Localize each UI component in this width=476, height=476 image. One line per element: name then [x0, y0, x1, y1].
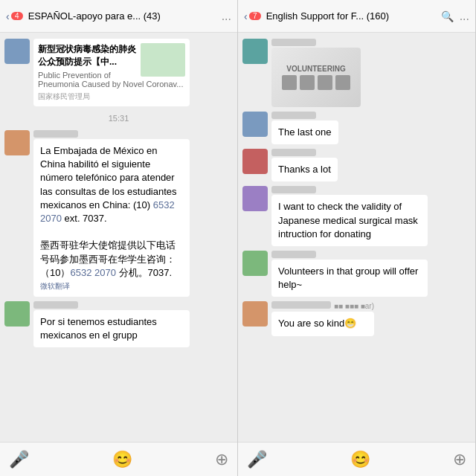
right-chat-panel: ‹ 7 English Support for F... (160) 🔍 ...…: [238, 0, 476, 476]
bubble-col: I want to check the validity of Japanese…: [271, 186, 428, 246]
table-row: I want to check the validity of Japanese…: [242, 186, 471, 246]
news-image: [141, 43, 185, 77]
table-row: Thanks a lot: [242, 149, 471, 181]
message-text: Volunteers in that group will offer help…: [278, 266, 418, 290]
translate-hint[interactable]: 微软翻译: [40, 281, 183, 292]
avatar: [242, 186, 268, 211]
bubble-col: Volunteers in that group will offer help…: [271, 251, 428, 297]
avatar: [4, 39, 30, 64]
flyer-image: VOLUNTEERING: [271, 48, 361, 107]
chevron-left-icon: ‹: [244, 10, 248, 22]
sender-name-blurred: [271, 251, 316, 258]
message-bubble: You are so kind😁: [271, 312, 374, 335]
bubble-col: VOLUNTEERING: [271, 39, 361, 107]
table-row: La Embajada de México en China habilitó …: [4, 130, 233, 297]
message-bubble: The last one: [271, 120, 338, 144]
avatar: [242, 251, 268, 276]
sender-name-blurred: [33, 301, 78, 309]
search-icon[interactable]: 🔍: [441, 10, 454, 22]
sender-suffix: ■■ ■■■ ■ar): [334, 302, 374, 310]
message-text: Thanks a lot: [278, 164, 331, 175]
left-messages-area: 新型冠状病毒感染的肺炎公众预防提示【中... Public Prevention…: [0, 33, 237, 442]
message-text: I want to check the validity of Japanese…: [278, 201, 418, 239]
avatar: [242, 112, 268, 137]
bubble-col: Thanks a lot: [271, 149, 338, 181]
avatar: [4, 130, 30, 155]
sender-name-blurred: [271, 186, 316, 193]
voice-button[interactable]: 🎤: [9, 450, 29, 469]
news-source: 国家移民管理局: [38, 91, 185, 102]
table-row: ■■ ■■■ ■ar) You are so kind😁: [242, 301, 471, 335]
avatar: [242, 301, 268, 327]
timestamp: 15:31: [4, 114, 233, 123]
right-menu-icon[interactable]: ...: [460, 10, 469, 23]
plus-button[interactable]: ⊕: [453, 450, 466, 469]
chevron-left-icon: ‹: [6, 10, 10, 22]
left-chat-panel: ‹ 4 ESPAÑOL-apoyo para e... (43) ... 新型冠…: [0, 0, 238, 476]
avatar: [242, 39, 268, 64]
bubble-col: ■■ ■■■ ■ar) You are so kind😁: [271, 301, 374, 335]
left-menu-icon[interactable]: ...: [222, 10, 231, 23]
avatar: [242, 149, 268, 174]
bubble-col: Por si tenemos estudiantes mexicanos en …: [33, 301, 190, 347]
right-header-actions: 🔍 ...: [441, 10, 469, 23]
plus-button[interactable]: ⊕: [215, 450, 228, 469]
right-chat-title: English Support for F... (160): [266, 10, 441, 22]
message-text-cn: 墨西哥驻华大使馆提供以下电话号码参加墨西哥在华学生咨询：（10）6532 207…: [40, 239, 176, 277]
message-text: You are so kind😁: [278, 318, 356, 329]
left-unread-badge: 4: [11, 12, 23, 20]
message-bubble: I want to check the validity of Japanese…: [271, 195, 428, 246]
table-row: 新型冠状病毒感染的肺炎公众预防提示【中... Public Prevention…: [4, 39, 233, 106]
message-bubble: Por si tenemos estudiantes mexicanos en …: [33, 310, 190, 347]
right-messages-area: VOLUNTEERING The last one: [238, 33, 475, 442]
left-header-actions: ...: [222, 10, 231, 23]
bubble-col: La Embajada de México en China habilitó …: [33, 130, 190, 297]
right-back-button[interactable]: ‹ 7: [244, 10, 263, 22]
table-row: Volunteers in that group will offer help…: [242, 251, 471, 297]
bubble-col: The last one: [271, 112, 338, 144]
right-chat-header: ‹ 7 English Support for F... (160) 🔍 ...: [238, 0, 475, 33]
message-text: La Embajada de México en China habilitó …: [40, 145, 177, 224]
message-text: The last one: [278, 126, 332, 138]
avatar: [4, 301, 30, 327]
table-row: Por si tenemos estudiantes mexicanos en …: [4, 301, 233, 347]
sender-name-blurred: [271, 301, 331, 309]
news-card-bubble: 新型冠状病毒感染的肺炎公众预防提示【中... Public Prevention…: [33, 39, 190, 106]
left-chat-title: ESPAÑOL-apoyo para e... (43): [28, 10, 222, 22]
emoji-button[interactable]: 😊: [350, 450, 370, 469]
message-text: Por si tenemos estudiantes mexicanos en …: [40, 316, 157, 341]
sender-name-blurred: [271, 112, 316, 119]
left-toolbar: 🎤 😊 ⊕: [0, 442, 237, 476]
left-back-button[interactable]: ‹ 4: [6, 10, 25, 22]
table-row: The last one: [242, 112, 471, 144]
right-unread-badge: 7: [249, 12, 261, 20]
message-bubble: La Embajada de México en China habilitó …: [33, 139, 190, 297]
sender-name-blurred: [271, 149, 316, 156]
message-bubble: Volunteers in that group will offer help…: [271, 260, 428, 297]
table-row: VOLUNTEERING: [242, 39, 471, 107]
sender-name-blurred: [33, 130, 78, 138]
sender-name-blurred: [271, 39, 316, 46]
left-chat-header: ‹ 4 ESPAÑOL-apoyo para e... (43) ...: [0, 0, 237, 33]
voice-button[interactable]: 🎤: [247, 450, 267, 469]
message-bubble: Thanks a lot: [271, 158, 338, 181]
right-toolbar: 🎤 😊 ⊕: [238, 442, 475, 476]
emoji-button[interactable]: 😊: [112, 450, 132, 469]
